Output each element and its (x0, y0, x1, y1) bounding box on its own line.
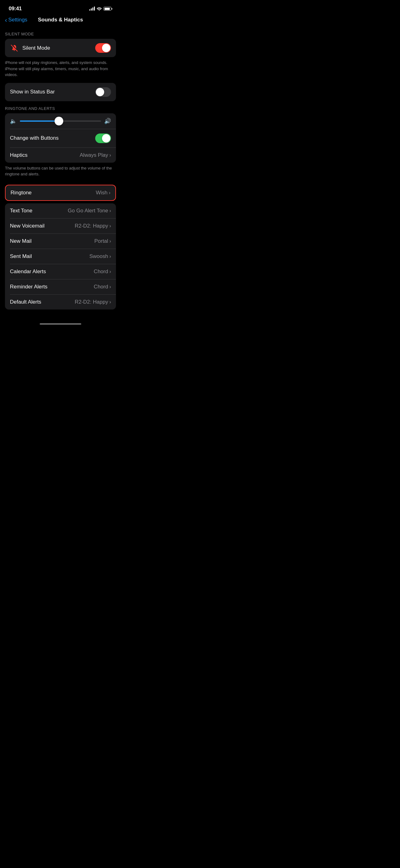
ringtone-row[interactable]: Ringtone Wish › (6, 185, 115, 200)
sent-mail-row[interactable]: Sent Mail Swoosh › (5, 249, 116, 264)
ringtone-alerts-description: The volume buttons can be used to adjust… (0, 163, 121, 182)
show-status-bar-toggle[interactable] (95, 87, 111, 97)
haptics-row[interactable]: Haptics Always Play › (5, 148, 116, 163)
volume-low-icon: 🔈 (10, 118, 17, 124)
ringtone-highlighted-card: Ringtone Wish › (5, 185, 116, 201)
default-alerts-label: Default Alerts (10, 299, 75, 305)
page-title: Sounds & Haptics (38, 17, 83, 23)
sent-mail-value: Swoosh (89, 253, 108, 259)
silent-mode-card: Silent Mode (5, 39, 116, 57)
new-mail-row[interactable]: New Mail Portal › (5, 234, 116, 249)
calendar-alerts-chevron-icon: › (109, 269, 111, 274)
new-mail-chevron-icon: › (109, 239, 111, 244)
calendar-alerts-value: Chord (94, 269, 108, 275)
new-voicemail-chevron-icon: › (109, 223, 111, 229)
text-tone-value: Go Go Alert Tone (68, 208, 108, 214)
default-alerts-row[interactable]: Default Alerts R2-D2: Happy › (5, 294, 116, 310)
battery-icon (104, 7, 112, 10)
silent-mode-row: Silent Mode (5, 39, 116, 57)
default-alerts-value: R2-D2: Happy (75, 299, 108, 305)
ringtone-alerts-section-label: RINGTONE AND ALERTS (0, 101, 121, 113)
ringtone-label: Ringtone (10, 190, 96, 196)
text-tone-row[interactable]: Text Tone Go Go Alert Tone › (5, 203, 116, 218)
status-bar: 09:41 (0, 0, 121, 16)
new-voicemail-value: R2-D2: Happy (75, 223, 108, 229)
volume-high-icon: 🔊 (104, 118, 111, 124)
silent-mode-description: iPhone will not play ringtones, alerts, … (0, 57, 121, 83)
bell-slash-icon (10, 44, 19, 53)
new-mail-value: Portal (94, 238, 108, 244)
sent-mail-label: Sent Mail (10, 253, 89, 259)
signal-icon (89, 7, 95, 10)
new-voicemail-label: New Voicemail (10, 223, 75, 229)
sounds-card: Text Tone Go Go Alert Tone › New Voicema… (5, 203, 116, 310)
haptics-chevron-icon: › (109, 152, 111, 158)
new-mail-label: New Mail (10, 238, 94, 244)
text-tone-chevron-icon: › (109, 208, 111, 214)
silent-mode-toggle[interactable] (95, 43, 111, 53)
volume-row: 🔈 🔊 (5, 113, 116, 129)
volume-slider[interactable] (20, 120, 101, 122)
back-label: Settings (8, 17, 27, 23)
home-indicator (0, 319, 121, 327)
change-with-buttons-row: Change with Buttons (5, 129, 116, 148)
haptics-value: Always Play (80, 152, 108, 158)
calendar-alerts-row[interactable]: Calendar Alerts Chord › (5, 264, 116, 279)
reminder-alerts-value: Chord (94, 284, 108, 290)
status-icons (89, 7, 112, 10)
ringtone-value: Wish (96, 190, 108, 196)
change-with-buttons-label: Change with Buttons (10, 135, 95, 141)
status-bar-card: Show in Status Bar (5, 83, 116, 101)
reminder-alerts-label: Reminder Alerts (10, 284, 94, 290)
show-status-bar-row: Show in Status Bar (5, 83, 116, 101)
text-tone-label: Text Tone (10, 208, 68, 214)
back-button[interactable]: ‹ Settings (5, 17, 27, 23)
ringtone-alerts-card: 🔈 🔊 Change with Buttons Haptics Always P… (5, 113, 116, 163)
calendar-alerts-label: Calendar Alerts (10, 269, 94, 275)
silent-mode-label: Silent Mode (22, 45, 95, 51)
sent-mail-chevron-icon: › (109, 254, 111, 259)
show-status-bar-label: Show in Status Bar (10, 89, 95, 95)
new-voicemail-row[interactable]: New Voicemail R2-D2: Happy › (5, 219, 116, 234)
reminder-alerts-chevron-icon: › (109, 284, 111, 290)
default-alerts-chevron-icon: › (109, 299, 111, 305)
home-bar (40, 323, 81, 325)
silent-mode-section-label: SILENT MODE (0, 27, 121, 39)
reminder-alerts-row[interactable]: Reminder Alerts Chord › (5, 279, 116, 294)
status-time: 09:41 (9, 6, 22, 12)
change-with-buttons-toggle[interactable] (95, 133, 111, 143)
nav-bar: ‹ Settings Sounds & Haptics (0, 16, 121, 27)
back-chevron-icon: ‹ (5, 17, 7, 23)
wifi-icon (97, 7, 102, 10)
ringtone-chevron-icon: › (109, 190, 110, 195)
haptics-label: Haptics (10, 152, 80, 158)
